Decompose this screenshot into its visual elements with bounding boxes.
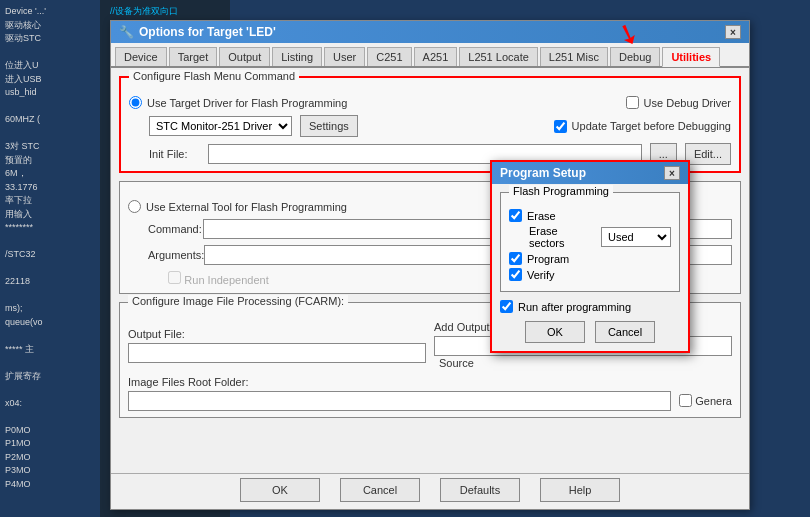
source-text: Source	[439, 357, 474, 369]
generate-label: Genera	[695, 395, 732, 407]
run-after-check[interactable]	[500, 300, 513, 313]
program-setup-titlebar: Program Setup ×	[492, 162, 688, 184]
tab-user[interactable]: User	[324, 47, 365, 66]
arguments-label: Arguments:	[148, 249, 204, 261]
update-target-label: Update Target before Debugging	[572, 120, 731, 132]
program-setup-body: Flash Programming Erase Erase sectors Us…	[492, 184, 688, 351]
program-label: Program	[527, 253, 569, 265]
edit-button[interactable]: Edit...	[685, 143, 731, 165]
erase-sectors-row: Erase sectors Used Erase Full Chip Don't…	[529, 225, 671, 249]
program-setup-title: Program Setup	[500, 166, 586, 180]
generate-check[interactable]	[679, 394, 692, 407]
verify-row: Verify	[509, 268, 671, 281]
command-label: Command:	[148, 223, 203, 235]
main-dialog-title: Options for Target 'LED'	[139, 25, 276, 39]
flash-menu-legend: Configure Flash Menu Command	[129, 70, 299, 82]
run-independent-check	[168, 271, 181, 284]
program-setup-close[interactable]: ×	[664, 166, 680, 180]
tab-a251[interactable]: A251	[414, 47, 458, 66]
background-code-left: Device '...'驱动核心驱动STC位进入U进入USBusb_hid60M…	[0, 0, 100, 517]
ps-ok-button[interactable]: OK	[525, 321, 585, 343]
erase-sectors-select[interactable]: Used Erase Full Chip Don't Erase	[601, 227, 671, 247]
run-after-row: Run after programming	[500, 300, 680, 313]
output-file-label: Output File:	[128, 328, 426, 340]
program-setup-dialog: Program Setup × Flash Programming Erase …	[490, 160, 690, 353]
update-target-check[interactable]	[554, 120, 567, 133]
ps-buttons: OK Cancel	[500, 321, 680, 343]
flash-programming-legend: Flash Programming	[509, 185, 613, 197]
tab-output[interactable]: Output	[219, 47, 270, 66]
erase-label: Erase	[527, 210, 556, 222]
use-debug-driver-check[interactable]	[626, 96, 639, 109]
run-after-label: Run after programming	[518, 301, 631, 313]
erase-check[interactable]	[509, 209, 522, 222]
root-folder-label: Image Files Root Folder:	[128, 376, 671, 388]
verify-check[interactable]	[509, 268, 522, 281]
main-dialog-close[interactable]: ×	[725, 25, 741, 39]
erase-sectors-label: Erase sectors	[529, 225, 596, 249]
tab-l251-locate[interactable]: L251 Locate	[459, 47, 538, 66]
tab-device[interactable]: Device	[115, 47, 167, 66]
cancel-button[interactable]: Cancel	[340, 478, 420, 502]
main-dialog-titlebar: 🔧 Options for Target 'LED' ×	[111, 21, 749, 43]
radio-target-driver[interactable]	[129, 96, 142, 109]
program-row: Program	[509, 252, 671, 265]
radio-target-driver-label: Use Target Driver for Flash Programming	[147, 97, 347, 109]
verify-label: Verify	[527, 269, 555, 281]
tab-debug[interactable]: Debug	[610, 47, 660, 66]
driver-select[interactable]: STC Monitor-251 Driver	[149, 116, 292, 136]
settings-button[interactable]: Settings	[300, 115, 358, 137]
output-file-input[interactable]	[128, 343, 426, 363]
ok-button[interactable]: OK	[240, 478, 320, 502]
tab-utilities[interactable]: Utilities	[662, 47, 720, 67]
erase-row: Erase	[509, 209, 671, 222]
tabs-bar: Device Target Output Listing User C251 A…	[111, 43, 749, 68]
run-independent-label: Run Independent	[184, 274, 268, 286]
help-button[interactable]: Help	[540, 478, 620, 502]
root-folder-input[interactable]	[128, 391, 671, 411]
tab-listing[interactable]: Listing	[272, 47, 322, 66]
flash-programming-group: Flash Programming Erase Erase sectors Us…	[500, 192, 680, 292]
radio-external-tool-label: Use External Tool for Flash Programming	[146, 201, 347, 213]
tab-target[interactable]: Target	[169, 47, 218, 66]
defaults-button[interactable]: Defaults	[440, 478, 520, 502]
radio-external-tool[interactable]	[128, 200, 141, 213]
tab-l251-misc[interactable]: L251 Misc	[540, 47, 608, 66]
use-debug-driver-label: Use Debug Driver	[644, 97, 731, 109]
flash-menu-group: Configure Flash Menu Command Use Target …	[119, 76, 741, 173]
fcarm-legend: Configure Image File Processing (FCARM):	[128, 295, 348, 307]
bottom-bar: OK Cancel Defaults Help	[111, 473, 749, 509]
program-check[interactable]	[509, 252, 522, 265]
tab-c251[interactable]: C251	[367, 47, 411, 66]
init-file-label: Init File:	[149, 148, 204, 160]
ps-cancel-button[interactable]: Cancel	[595, 321, 655, 343]
